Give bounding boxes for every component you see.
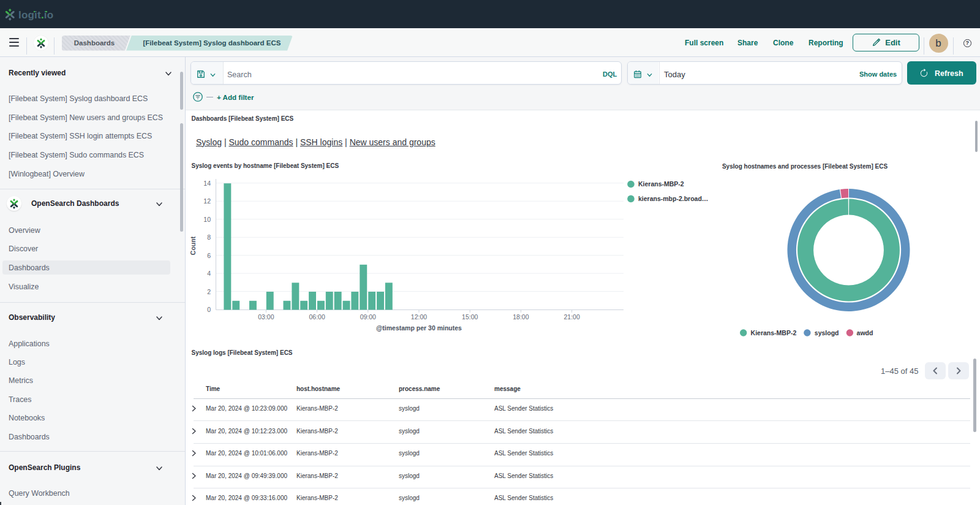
- svg-text:Kierans-MBP-2: Kierans-MBP-2: [638, 180, 684, 188]
- svg-text:06:00: 06:00: [309, 313, 325, 321]
- svg-text:21:00: 21:00: [564, 313, 579, 321]
- svg-text:18:00: 18:00: [513, 313, 529, 321]
- svg-text:2: 2: [207, 288, 211, 295]
- svg-text:6: 6: [207, 252, 211, 259]
- svg-text:syslogd: syslogd: [815, 329, 839, 336]
- svg-text:Kierans-MBP-2: Kierans-MBP-2: [751, 329, 797, 336]
- svg-text:4: 4: [207, 270, 211, 277]
- svg-text:0: 0: [207, 306, 211, 313]
- svg-text:@timestamp per 30 minutes: @timestamp per 30 minutes: [376, 324, 462, 332]
- svg-text:09:00: 09:00: [360, 313, 376, 321]
- svg-text:12:00: 12:00: [411, 313, 427, 321]
- svg-text:14: 14: [203, 180, 211, 187]
- svg-text:8: 8: [207, 234, 211, 241]
- svg-text:Count: Count: [189, 236, 197, 255]
- svg-text:15:00: 15:00: [462, 313, 478, 321]
- svg-text:kierans-mbp-2.broad…: kierans-mbp-2.broad…: [638, 195, 708, 202]
- svg-text:awdd: awdd: [857, 329, 873, 336]
- svg-text:10: 10: [203, 216, 211, 223]
- svg-text:12: 12: [203, 197, 211, 205]
- svg-text:03:00: 03:00: [258, 313, 274, 321]
